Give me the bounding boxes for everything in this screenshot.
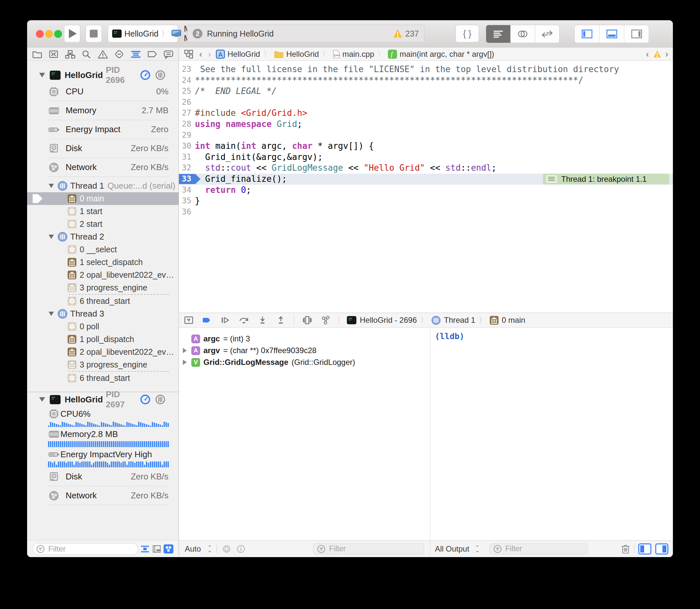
gauge-row[interactable]: NetworkZero KB/s	[27, 486, 178, 505]
trash-icon[interactable]	[621, 544, 630, 554]
threads-view-button[interactable]	[155, 70, 166, 80]
variables-filter-field[interactable]	[313, 543, 424, 555]
version-editor-button[interactable]	[535, 25, 559, 43]
eye-icon[interactable]	[221, 545, 232, 553]
jump-bar-item[interactable]: c++main.cpp	[333, 50, 374, 59]
disclosure-triangle[interactable]	[49, 312, 54, 316]
toggle-navigator-button[interactable]	[575, 25, 599, 43]
activity-viewer[interactable]: 2 Running HelloGrid 237	[187, 25, 424, 42]
stack-frame-row[interactable]: 3 progress_engine	[27, 358, 178, 371]
stack-frame-row[interactable]: 3 progress_engine	[27, 281, 178, 294]
stack-frame-row[interactable]: 6 thread_start	[27, 295, 178, 308]
gauge-row[interactable]: NetworkZero KB/s	[27, 158, 178, 177]
annotation-menu-icon[interactable]	[545, 174, 558, 184]
code-line[interactable]: 32 std::cout << GridLogMessage << "Hello…	[179, 162, 673, 174]
process-row[interactable]: HelloGridPID 2697	[27, 392, 178, 407]
console-filter-input[interactable]	[505, 544, 584, 554]
thread-row[interactable]: Thread 1Queue:...d (serial)	[27, 179, 178, 192]
stack-frame-row[interactable]: 0 __select	[27, 243, 178, 256]
jump-bar-item[interactable]: HelloGrid	[274, 50, 319, 59]
code-line[interactable]: 25/* END LEGAL */	[179, 86, 673, 97]
project-navigator-icon[interactable]	[32, 49, 43, 59]
stack-frame-row[interactable]: 0 poll	[27, 320, 178, 333]
code-line[interactable]: 24**************************************…	[179, 75, 673, 86]
code-line[interactable]: 27#include <Grid/Grid.h>	[179, 108, 673, 119]
console-view[interactable]: (lldb)	[430, 328, 673, 540]
thread-row[interactable]: Thread 3	[27, 308, 178, 320]
breadcrumb-thread[interactable]: Thread 1	[444, 316, 475, 325]
breakpoint-annotation[interactable]: Thread 1: breakpoint 1.1	[543, 174, 669, 185]
stop-button[interactable]	[86, 25, 102, 42]
console-filter-field[interactable]	[490, 543, 587, 555]
test-navigator-icon[interactable]	[114, 49, 125, 59]
gauges-view-button[interactable]	[140, 70, 151, 80]
gauge-row[interactable]: CPU6%	[27, 407, 178, 427]
threads-view-button[interactable]	[155, 394, 166, 405]
issue-navigator-icon[interactable]	[97, 49, 108, 59]
navigator-filter-input[interactable]	[48, 544, 135, 554]
code-line[interactable]: 35}	[179, 195, 673, 207]
stack-frame-row[interactable]: 0 main	[27, 192, 178, 205]
info-icon[interactable]	[236, 544, 245, 554]
variable-row[interactable]: A argc = (int) 3	[179, 333, 430, 345]
frames-of-interest-button[interactable]	[152, 544, 161, 554]
find-navigator-icon[interactable]	[81, 49, 92, 59]
disclosure-triangle[interactable]	[39, 397, 45, 402]
assistant-editor-button[interactable]	[511, 25, 535, 43]
gauge-row[interactable]: CPU0%	[27, 82, 178, 101]
step-over-button[interactable]	[238, 315, 250, 325]
gauge-row[interactable]: Energy ImpactVery High	[27, 447, 178, 467]
report-navigator-icon[interactable]	[163, 49, 174, 59]
symbol-navigator-icon[interactable]	[65, 49, 76, 59]
code-line[interactable]: 34 return 0;	[179, 185, 673, 196]
debug-navigator-icon[interactable]	[130, 49, 141, 59]
next-issue-button[interactable]: ›	[665, 49, 668, 59]
breadcrumb-process[interactable]: HelloGrid - 2696	[360, 316, 417, 325]
process-row[interactable]: HelloGridPID 2696	[27, 68, 178, 82]
disclosure-triangle[interactable]	[183, 360, 188, 365]
code-line[interactable]: 31 Grid_init(&argc,&argv);	[179, 152, 673, 163]
code-line[interactable]: 26	[179, 97, 673, 108]
flatten-stack-button[interactable]	[140, 544, 150, 554]
toggle-variables-button[interactable]	[638, 543, 651, 555]
gauges-view-button[interactable]	[140, 394, 151, 405]
code-line[interactable]: 29	[179, 130, 673, 141]
run-button[interactable]	[64, 25, 80, 42]
breakpoint-navigator-icon[interactable]	[147, 49, 158, 59]
previous-issue-button[interactable]: ‹	[646, 49, 649, 59]
disclosure-triangle[interactable]	[183, 348, 188, 353]
code-review-button[interactable]: { }	[456, 25, 479, 42]
stack-frame-row[interactable]: 2 start	[27, 218, 178, 230]
toggle-debug-area-button[interactable]	[599, 25, 624, 43]
stack-frame-row[interactable]: 2 opal_libevent2022_ev…	[27, 268, 178, 281]
navigator-filter-field[interactable]	[32, 543, 138, 555]
code-line[interactable]: 28using namespace Grid;	[179, 119, 673, 130]
memory-graph-button[interactable]	[320, 315, 331, 325]
minimize-window-button[interactable]	[45, 30, 53, 38]
code-line-breakpoint[interactable]: 33 Grid_finalize(); Thread 1: breakpoint…	[179, 174, 673, 185]
scheme-selector[interactable]: HelloGrid 〉 My Mac	[108, 25, 178, 42]
toggle-inspectors-button[interactable]	[624, 25, 649, 43]
view-hierarchy-button[interactable]	[302, 315, 312, 325]
forward-button[interactable]: ›	[208, 49, 211, 59]
disclosure-triangle[interactable]	[49, 234, 54, 239]
stack-frame-row[interactable]: 6 thread_start	[27, 372, 178, 384]
stack-frame-row[interactable]: 2 opal_libevent2022_ev…	[27, 346, 178, 358]
disclosure-triangle[interactable]	[39, 73, 45, 77]
step-into-button[interactable]	[257, 315, 268, 325]
stack-frame-row[interactable]: 1 poll_dispatch	[27, 333, 178, 346]
gauge-row[interactable]: DiskZero KB/s	[27, 139, 178, 158]
variables-filter-input[interactable]	[328, 544, 421, 554]
toggle-console-button[interactable]	[655, 543, 668, 555]
breakpoints-toggle-button[interactable]	[202, 315, 212, 325]
source-control-icon[interactable]	[48, 49, 59, 59]
view-mode-button[interactable]	[164, 544, 173, 554]
gauge-row[interactable]: DiskZero KB/s	[27, 467, 178, 486]
zoom-window-button[interactable]	[54, 30, 62, 38]
close-window-button[interactable]	[36, 30, 44, 38]
source-editor[interactable]: 23 See the full license in the file "LIC…	[179, 61, 673, 313]
scope-dropdown[interactable]: Auto	[185, 544, 201, 554]
variable-row[interactable]: A argv = (char **) 0x7ffee9039c28	[179, 345, 430, 356]
code-line[interactable]: 23 See the full license in the file "LIC…	[179, 64, 673, 75]
jump-bar-item[interactable]: HelloGrid	[216, 50, 260, 59]
